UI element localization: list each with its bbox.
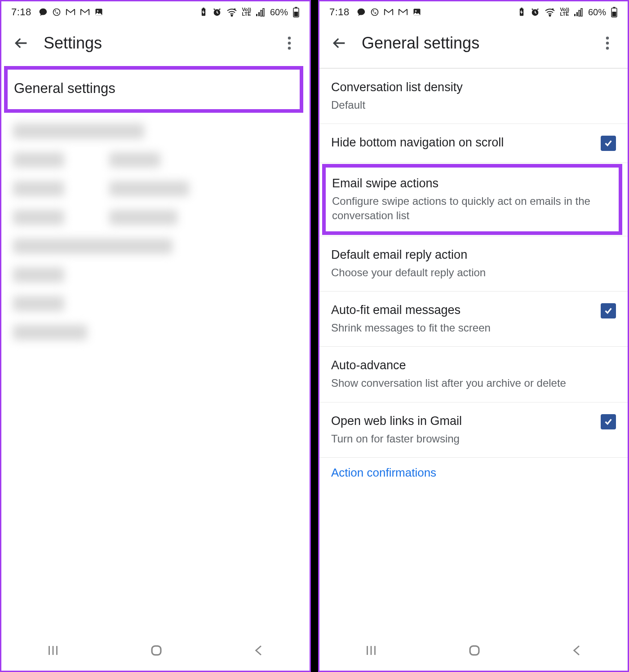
svg-rect-8 bbox=[258, 12, 260, 16]
svg-rect-31 bbox=[581, 9, 582, 16]
svg-rect-13 bbox=[294, 12, 298, 17]
alarm-icon bbox=[530, 7, 540, 17]
battery-icon bbox=[611, 7, 618, 18]
page-title: General settings bbox=[362, 34, 585, 53]
gallery-icon bbox=[94, 8, 103, 17]
gmail-m-icon bbox=[80, 8, 90, 17]
signal-icon bbox=[574, 8, 584, 17]
svg-rect-41 bbox=[470, 646, 479, 655]
battery-saver-icon bbox=[518, 8, 526, 17]
svg-rect-34 bbox=[612, 12, 616, 17]
battery-percent: 60% bbox=[270, 7, 288, 18]
battery-icon bbox=[292, 7, 300, 18]
section-action-confirmations: Action confirmations bbox=[319, 458, 628, 480]
android-nav-bar bbox=[1, 636, 310, 667]
page-title: Settings bbox=[44, 34, 267, 53]
svg-point-21 bbox=[371, 9, 378, 16]
chat-icon bbox=[39, 8, 48, 17]
battery-saver-icon bbox=[199, 8, 208, 17]
svg-rect-7 bbox=[256, 14, 257, 16]
checkbox-hide-nav[interactable] bbox=[601, 136, 616, 151]
svg-point-35 bbox=[606, 37, 609, 40]
alarm-icon bbox=[212, 7, 222, 17]
row-auto-advance[interactable]: Auto-advance Show conversation list afte… bbox=[319, 346, 628, 402]
blurred-content bbox=[1, 117, 310, 346]
row-subtitle: Shrink messages to fit the screen bbox=[331, 321, 592, 335]
svg-rect-25 bbox=[521, 8, 523, 9]
row-subtitle: Show conversation list after you archive… bbox=[331, 376, 616, 390]
whatsapp-icon bbox=[370, 8, 379, 17]
checkbox-weblinks[interactable] bbox=[601, 414, 616, 429]
phone-screenshot-left: 7:18 Vo))LTE 60% Settings General settin… bbox=[0, 0, 311, 672]
gmail-m-icon bbox=[398, 8, 408, 17]
row-title: Auto-fit email messages bbox=[331, 302, 592, 318]
svg-rect-20 bbox=[152, 646, 161, 655]
svg-rect-28 bbox=[574, 14, 576, 16]
svg-point-0 bbox=[53, 9, 60, 16]
back-button[interactable] bbox=[330, 35, 349, 51]
chat-icon bbox=[357, 8, 366, 17]
more-button[interactable] bbox=[598, 36, 617, 50]
status-time: 7:18 bbox=[11, 6, 31, 18]
row-title: Hide bottom navigation on scroll bbox=[331, 135, 592, 150]
row-subtitle: Turn on for faster browsing bbox=[331, 432, 592, 446]
svg-point-37 bbox=[606, 47, 609, 50]
svg-rect-33 bbox=[613, 7, 616, 9]
svg-point-6 bbox=[231, 15, 233, 16]
row-open-web-links[interactable]: Open web links in Gmail Turn on for fast… bbox=[319, 402, 628, 457]
wifi-icon bbox=[226, 8, 237, 17]
row-subtitle: Choose your default reply action bbox=[331, 265, 616, 279]
row-conversation-density[interactable]: Conversation list density Default bbox=[319, 68, 628, 124]
whatsapp-icon bbox=[52, 8, 61, 17]
svg-rect-12 bbox=[295, 7, 297, 9]
volte-icon: Vo))LTE bbox=[242, 8, 251, 17]
recents-button[interactable] bbox=[45, 643, 61, 660]
svg-rect-9 bbox=[261, 10, 262, 16]
status-time: 7:18 bbox=[329, 6, 350, 18]
android-nav-bar bbox=[319, 636, 628, 667]
row-title: Open web links in Gmail bbox=[331, 413, 592, 429]
screenshot-divider bbox=[311, 0, 318, 672]
back-nav-button[interactable] bbox=[252, 643, 266, 660]
row-title: Conversation list density bbox=[331, 80, 616, 95]
status-bar: 7:18 Vo))LTE 60% bbox=[1, 1, 310, 23]
home-button[interactable] bbox=[467, 643, 482, 660]
recents-button[interactable] bbox=[363, 643, 379, 660]
row-email-swipe-actions[interactable]: Email swipe actions Configure swipe acti… bbox=[326, 168, 619, 231]
row-autofit-messages[interactable]: Auto-fit email messages Shrink messages … bbox=[319, 291, 628, 346]
wifi-icon bbox=[545, 8, 555, 17]
svg-point-36 bbox=[606, 42, 609, 45]
back-button[interactable] bbox=[12, 35, 31, 51]
status-bar: 7:18 Vo))LTE 60% bbox=[319, 1, 628, 23]
gallery-icon bbox=[412, 8, 421, 17]
gmail-m-icon bbox=[66, 8, 75, 17]
row-subtitle: Configure swipe actions to quickly act o… bbox=[332, 194, 610, 222]
svg-rect-10 bbox=[263, 9, 264, 16]
row-title: Email swipe actions bbox=[332, 176, 610, 191]
svg-point-14 bbox=[288, 37, 291, 40]
highlight-general-settings: General settings bbox=[4, 66, 303, 113]
svg-point-27 bbox=[549, 15, 551, 16]
svg-rect-29 bbox=[576, 12, 578, 16]
row-hide-bottom-nav[interactable]: Hide bottom navigation on scroll bbox=[319, 124, 628, 163]
app-header: Settings bbox=[1, 23, 310, 63]
signal-icon bbox=[256, 8, 266, 17]
row-default-reply-action[interactable]: Default email reply action Choose your d… bbox=[319, 236, 628, 291]
list-item-general-settings[interactable]: General settings bbox=[14, 80, 291, 97]
svg-point-2 bbox=[97, 10, 98, 12]
svg-point-16 bbox=[288, 47, 291, 50]
checkbox-autofit[interactable] bbox=[601, 303, 616, 318]
row-title: Auto-advance bbox=[331, 358, 616, 373]
highlight-email-swipe: Email swipe actions Configure swipe acti… bbox=[322, 164, 622, 234]
gmail-m-icon bbox=[384, 8, 394, 17]
svg-point-15 bbox=[288, 42, 291, 45]
battery-percent: 60% bbox=[588, 7, 606, 18]
volte-icon: Vo))LTE bbox=[560, 8, 569, 17]
row-subtitle: Default bbox=[331, 98, 616, 112]
svg-point-23 bbox=[415, 10, 416, 12]
home-button[interactable] bbox=[149, 643, 164, 660]
more-button[interactable] bbox=[280, 36, 299, 50]
row-title: Default email reply action bbox=[331, 247, 616, 263]
app-header: General settings bbox=[319, 23, 628, 63]
back-nav-button[interactable] bbox=[570, 643, 584, 660]
